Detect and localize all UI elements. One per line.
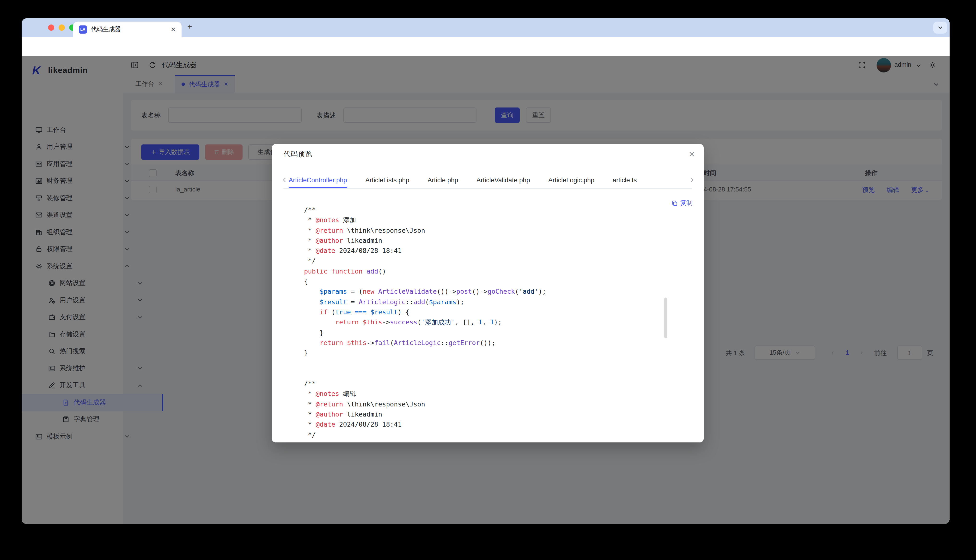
modal-tab-bar: ArticleController.phpArticleLists.phpArt… (283, 173, 692, 188)
code-line (304, 368, 669, 379)
modal-close-icon[interactable]: ✕ (689, 150, 695, 159)
code-line: * @date 2024/08/28 18:41 (304, 246, 669, 256)
code-line: } (304, 328, 669, 338)
code-line: * @author likeadmin (304, 409, 669, 420)
code-line: * @notes 编辑 (304, 389, 669, 399)
code-line: return $this->success('添加成功', [], 1, 1); (304, 317, 669, 328)
code-line: return $this->fail(ArticleLogic::getErro… (304, 338, 669, 348)
code-line: $result = ArticleLogic::add($params); (304, 297, 669, 307)
modal-title: 代码预览 (283, 150, 312, 159)
code-line: /** (304, 378, 669, 389)
modal-tab-articlelists-php[interactable]: ArticleLists.php (365, 173, 409, 188)
copy-label: 复制 (680, 199, 693, 207)
tabs-prev-arrow-icon[interactable] (281, 177, 287, 183)
copy-button[interactable]: 复制 (672, 199, 693, 207)
code-line: public function edit() (304, 440, 669, 442)
code-line: * @author likeadmin (304, 236, 669, 246)
browser-tabstrip: LA 代码生成器 ✕ + (22, 18, 949, 37)
new-tab-button[interactable]: + (187, 22, 192, 32)
code-line: */ (304, 430, 669, 440)
modal-tab-articlelogic-php[interactable]: ArticleLogic.php (548, 173, 594, 188)
tab-search-chevron-icon[interactable] (933, 22, 947, 33)
code-line: } (304, 348, 669, 358)
code-scrollbar-thumb[interactable] (664, 298, 667, 338)
modal-tab-article-ts[interactable]: article.ts (613, 173, 637, 188)
code-preview-modal: 代码预览 ✕ ArticleController.phpArticleLists… (272, 144, 704, 442)
code-line: * @return \think\response\Json (304, 399, 669, 409)
modal-tab-article-php[interactable]: Article.php (428, 173, 458, 188)
code-block: /** * @notes 添加 * @return \think\respons… (304, 205, 669, 442)
code-line: */ (304, 256, 669, 266)
code-line: * @date 2024/08/28 18:41 (304, 419, 669, 430)
code-line: * @return \think\response\Json (304, 225, 669, 236)
modal-tabs: ArticleController.phpArticleLists.phpArt… (289, 173, 637, 188)
browser-tab[interactable]: LA 代码生成器 ✕ (73, 22, 182, 37)
favicon: LA (79, 25, 87, 33)
code-line: * @notes 添加 (304, 215, 669, 225)
window-close-button[interactable] (48, 25, 54, 31)
tab-close-icon[interactable]: ✕ (170, 26, 176, 33)
code-line: /** (304, 205, 669, 215)
code-line: { (304, 277, 669, 287)
screen: LA 代码生成器 ✕ + (0, 0, 976, 560)
browser-window: LA 代码生成器 ✕ + (22, 18, 949, 524)
browser-tab-title: 代码生成器 (91, 25, 170, 33)
code-line: public function add() (304, 266, 669, 277)
browser-toolbar: localhost:5173/admin/setting/dev_tools/c… (22, 37, 949, 56)
code-line: $params = (new ArticleValidate())->post(… (304, 287, 669, 297)
code-line (304, 358, 669, 368)
tabs-next-arrow-icon[interactable] (689, 177, 695, 183)
code-line: if (true === $result) { (304, 307, 669, 317)
window-minimize-button[interactable] (58, 25, 65, 31)
modal-tab-articlecontroller-php[interactable]: ArticleController.php (289, 173, 347, 188)
modal-tab-articlevalidate-php[interactable]: ArticleValidate.php (476, 173, 530, 188)
